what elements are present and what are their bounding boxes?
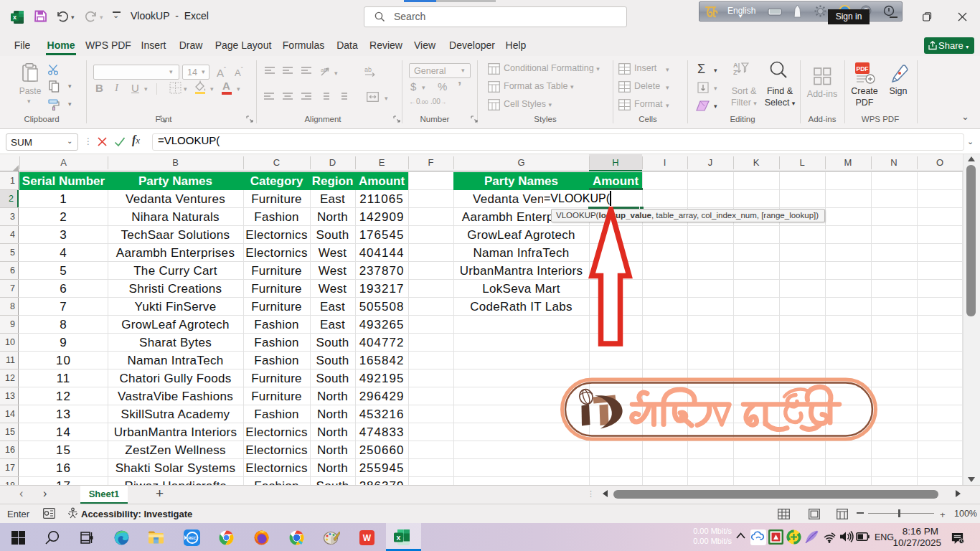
svg-text:x: x [397,533,401,542]
svg-text:ab: ab [321,67,327,73]
svg-text:PDF: PDF [857,65,869,72]
svg-text:REC: REC [188,536,197,540]
svg-text:W: W [363,533,372,543]
svg-text:ab: ab [364,66,372,73]
svg-text:A: A [733,62,738,69]
svg-text:Z: Z [733,69,738,75]
svg-text:x: x [13,14,17,21]
